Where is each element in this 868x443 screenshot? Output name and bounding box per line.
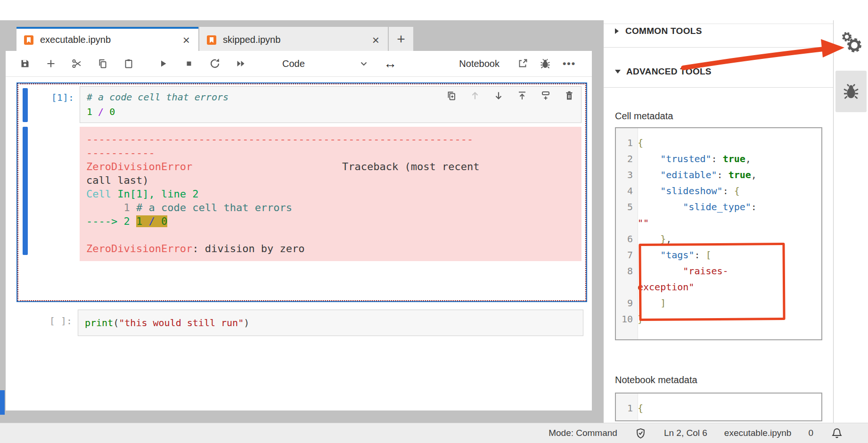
- right-sidebar-strip: [833, 20, 868, 423]
- save-icon[interactable]: [19, 57, 31, 70]
- cell-metadata-title: Cell metadata: [615, 111, 673, 122]
- toolbar-right-group: Notebook •••: [459, 57, 592, 70]
- cursor-position[interactable]: Ln 2, Col 6: [664, 428, 707, 438]
- restart-kernel-icon[interactable]: [209, 57, 221, 70]
- cell-type-dropdown[interactable]: Code: [282, 58, 369, 69]
- stop-icon[interactable]: [183, 57, 195, 70]
- notebook-toolbar: Code ↔ Notebook •••: [6, 51, 592, 77]
- collapse-right-icon: [615, 28, 619, 34]
- cell-border: [1]: # a code cell that errors1 / 0: [17, 83, 586, 301]
- interface-mode-label: Notebook: [459, 58, 500, 69]
- move-down-icon[interactable]: [493, 90, 504, 101]
- debugger-bug-icon[interactable]: [539, 57, 551, 70]
- panel-divider: [604, 24, 833, 24]
- add-cell-icon[interactable]: [45, 57, 57, 70]
- run-all-icon[interactable]: [235, 57, 247, 70]
- insert-below-icon[interactable]: [540, 90, 551, 101]
- notebook-metadata-title: Notebook metadata: [615, 375, 697, 386]
- notebook-metadata-json: 1{: [616, 394, 821, 416]
- notification-count: 0: [808, 428, 813, 438]
- notebook-icon: [23, 34, 34, 46]
- code-cell-2[interactable]: [ ]: print("this would still run"): [16, 308, 587, 336]
- property-inspector-panel: COMMON TOOLS ADVANCED TOOLS Cell metadat…: [604, 20, 833, 423]
- execution-prompt: [ ]:: [16, 315, 72, 327]
- close-icon[interactable]: ×: [370, 34, 381, 46]
- sidebar-edge-fragment: [0, 390, 5, 415]
- bell-icon[interactable]: [830, 427, 843, 440]
- duplicate-cell-icon[interactable]: [446, 90, 457, 101]
- chevron-down-icon: [358, 58, 369, 69]
- debugger-bug-icon: [842, 82, 860, 100]
- panel-divider: [604, 87, 833, 88]
- mode-indicator[interactable]: Mode: Command: [549, 428, 617, 438]
- tab-label: skipped.ipynb: [223, 34, 370, 45]
- expand-lr-icon[interactable]: ↔: [384, 56, 397, 71]
- copy-icon[interactable]: [97, 57, 109, 70]
- collapse-down-icon: [615, 70, 621, 74]
- close-icon[interactable]: ×: [181, 34, 192, 46]
- notebook-icon: [206, 34, 217, 46]
- output-collapser[interactable]: [23, 127, 28, 255]
- status-bar: Mode: Command Ln 2, Col 6 executable.ipy…: [0, 423, 868, 443]
- jupyterlab-screen: executable.ipynb × skipped.ipynb × +: [0, 0, 868, 443]
- cell-toolbar: [434, 90, 575, 101]
- tab-label: executable.ipynb: [40, 34, 181, 45]
- cell-input-row: [ ]: print("this would still run"): [16, 310, 583, 336]
- new-tab-button[interactable]: +: [389, 27, 413, 51]
- active-file-name: executable.ipynb: [724, 428, 792, 438]
- notebook-metadata-editor[interactable]: 1{: [615, 393, 822, 421]
- code-editor[interactable]: print("this would still run"): [78, 310, 583, 336]
- external-link-icon[interactable]: [516, 57, 529, 70]
- cut-icon[interactable]: [71, 57, 83, 70]
- more-options-icon[interactable]: •••: [563, 58, 576, 69]
- tab-skipped-ipynb[interactable]: skipped.ipynb ×: [199, 27, 388, 51]
- notebook-panel: Code ↔ Notebook •••: [6, 51, 592, 410]
- shield-check-icon: [634, 427, 647, 440]
- tab-executable-ipynb[interactable]: executable.ipynb ×: [16, 27, 198, 51]
- cell-type-value: Code: [282, 58, 305, 69]
- annotation-arrow: [674, 34, 848, 79]
- cell-input-row: [1]: # a code cell that errors1 / 0: [18, 86, 581, 123]
- delete-cell-icon[interactable]: [564, 90, 575, 101]
- execution-prompt: [1]:: [18, 92, 74, 103]
- paste-icon[interactable]: [123, 57, 135, 70]
- run-icon[interactable]: [157, 57, 169, 70]
- error-output: ----------------------------------------…: [80, 127, 581, 261]
- move-up-icon[interactable]: [469, 90, 481, 101]
- insert-above-icon[interactable]: [516, 90, 528, 101]
- code-cell-1[interactable]: [1]: # a code cell that errors1 / 0: [16, 82, 587, 302]
- annotation-box-tags: [639, 243, 785, 321]
